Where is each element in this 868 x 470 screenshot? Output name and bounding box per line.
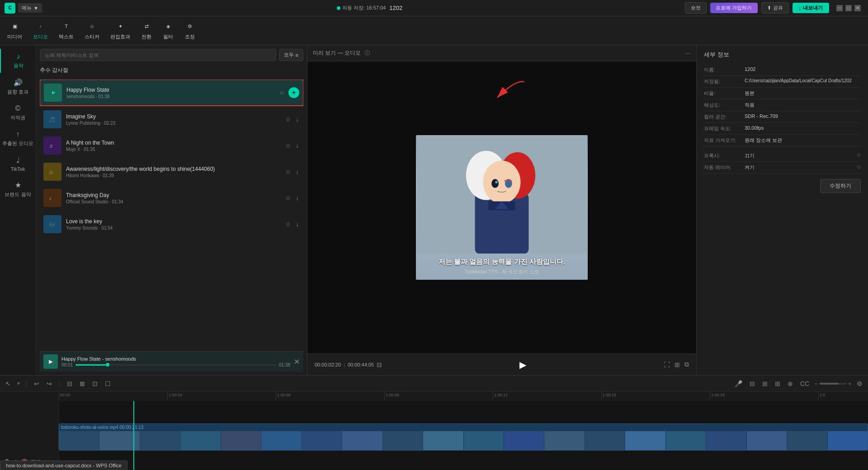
track-4-download-button[interactable]: ↓	[295, 167, 300, 176]
zoom-in-button[interactable]: ⊞	[760, 378, 769, 389]
preview-menu-icon[interactable]: ⋯	[685, 50, 691, 56]
close-button[interactable]: ✕	[854, 5, 861, 11]
split-left-button[interactable]: ⊠	[78, 378, 87, 389]
sidebar-item-tiktok[interactable]: ♩ TikTok	[0, 152, 36, 175]
tool-text[interactable]: T 텍스트	[59, 21, 74, 40]
music-item-5[interactable]: ♪ Thanksgiving Day Official Sound Studio…	[40, 185, 303, 211]
all-filter-button[interactable]: 모두 ≡	[279, 49, 303, 61]
undo-button[interactable]: ↩	[32, 378, 41, 389]
track-6-favorite-button[interactable]: ☆	[284, 220, 292, 229]
layout-button[interactable]: ⊞	[675, 361, 680, 368]
sidebar-item-brand[interactable]: ★ 브랜드 음악	[0, 177, 36, 202]
fullscreen-button[interactable]: ⛶	[664, 361, 670, 368]
music-item-3[interactable]: ♬ A Night on the Town Mojo X · 01:35 ☆ ↓	[40, 133, 303, 158]
tool-media[interactable]: ▣ 미디어	[7, 21, 22, 40]
zoom-plus-icon: +	[849, 381, 851, 386]
music-item-2[interactable]: 🎵 Imagine Sky Lynne Publishing · 02:23 ☆…	[40, 107, 303, 132]
track-4-actions: ☆ ↓	[284, 167, 300, 176]
track-3-download-button[interactable]: ↓	[295, 141, 300, 150]
play-button[interactable]: ▶	[519, 359, 526, 370]
edit-button[interactable]: 수정하기	[820, 179, 861, 193]
subtitle: 저는 불과 얼음의 능력을 가진 사람입니다.	[416, 258, 588, 266]
track-3-favorite-button[interactable]: ☆	[284, 141, 292, 150]
proxy-settings-icon[interactable]: ⊙	[857, 152, 861, 159]
scale-bar[interactable]	[820, 383, 847, 385]
mic-button[interactable]: 🎤	[733, 378, 744, 389]
autolayer-settings-icon[interactable]: ⊙	[857, 164, 861, 171]
snap-button[interactable]: ⊕	[786, 378, 795, 389]
video-track[interactable]: todoroku-shoto-ai-voice.mp4 00:00:21:13	[59, 423, 868, 451]
track-5-favorite-button[interactable]: ☆	[284, 193, 292, 202]
export-button[interactable]: ↓ 내보내기	[793, 3, 830, 13]
now-playing-close-button[interactable]: ✕	[294, 357, 300, 366]
track-1-add-button[interactable]: +	[288, 87, 299, 98]
music-item-1[interactable]: Happy Flow State senshomoods · 01:38 ☆ +	[40, 80, 303, 106]
search-input[interactable]	[40, 49, 276, 61]
track-2-download-button[interactable]: ↓	[295, 115, 300, 124]
now-playing-thumb: ▶	[43, 354, 58, 369]
progress-bar[interactable]	[75, 364, 276, 366]
tool-audio[interactable]: ♪ 오디오	[33, 21, 48, 40]
music-item-4[interactable]: ♫ Awareness/light/discovery/the world be…	[40, 159, 303, 184]
track-6-download-button[interactable]: ↓	[295, 220, 300, 229]
split-button[interactable]: ⊟	[65, 378, 74, 389]
control-buttons: ⛶ ⊞ ⧉	[664, 361, 689, 368]
timecode-mode-button[interactable]: ⊟	[377, 361, 382, 368]
music-panel: 모두 ≡ 추수 감사절 Happy Flow State senshomoods…	[36, 45, 307, 375]
tool-sticker[interactable]: ☺ 스티커	[85, 21, 99, 40]
sidebar-item-effects[interactable]: 🔊 음향 효과	[0, 75, 36, 99]
track-1-artist: senshomoods · 01:38	[66, 94, 274, 99]
split-right-button[interactable]: ⊡	[90, 378, 99, 389]
maximize-button[interactable]: □	[845, 5, 852, 11]
media-icon: ▣	[9, 21, 20, 32]
progress-dot	[106, 363, 109, 367]
track-1-thumb	[44, 84, 62, 102]
shortcut-button[interactable]: 숏컷	[685, 2, 707, 14]
value-name: 1202	[745, 66, 861, 73]
filter-icon: ◈	[163, 21, 174, 32]
delete-button[interactable]: ☐	[103, 378, 113, 389]
tool-adjust[interactable]: ⚙ 조정	[184, 21, 195, 40]
playhead[interactable]	[133, 401, 134, 470]
menu-button[interactable]: 메뉴 ▼	[18, 3, 42, 13]
track-5-artist: Official Sound Studio · 01:34	[66, 199, 280, 204]
progress-fill	[75, 364, 106, 366]
label-fps: 프레임 속도:	[704, 125, 745, 132]
pip-button[interactable]: ⧉	[684, 361, 689, 368]
label-autolayer: 자동 레이어:	[704, 164, 745, 171]
sidebar-item-music[interactable]: ♪ 음악	[0, 49, 36, 73]
progress-row: 00:01 01:38	[61, 362, 290, 367]
select-tool-button[interactable]: ↖	[4, 378, 13, 389]
preview-header: 미리 보기 — 오디오 ⓘ ⋯	[307, 45, 696, 61]
frame-3	[140, 431, 180, 450]
track-5-download-button[interactable]: ↓	[295, 193, 300, 202]
label-resolution: 해상도:	[704, 102, 745, 108]
sidebar-item-copyright[interactable]: © 저작권	[0, 101, 36, 125]
track-4-favorite-button[interactable]: ☆	[284, 167, 292, 176]
music-item-6[interactable]: 🎶 Love is the key Yummy Sounds · 01:54 ☆…	[40, 212, 303, 237]
pro-button[interactable]: 프로에 가입하기	[710, 3, 757, 13]
track-3-name: A Night on the Town	[66, 140, 280, 146]
redo-button[interactable]: ↪	[45, 378, 54, 389]
track-2-favorite-button[interactable]: ☆	[284, 115, 292, 124]
tool-transition[interactable]: ⇄ 전환	[141, 21, 152, 40]
minimize-button[interactable]: ─	[836, 5, 843, 11]
tool-filter[interactable]: ◈ 필터	[163, 21, 174, 40]
track-3-artist: Mojo X · 01:35	[66, 147, 280, 152]
info-row-save: 저장됨: C:/Users/caizijian/AppData/Local/Ca…	[704, 76, 861, 88]
captions-button[interactable]: CC	[798, 378, 811, 389]
sidebar-item-extracted[interactable]: ↑ 추출된 오디오	[0, 127, 36, 150]
timeline-ruler: 00:00 1:00:03 1:00:06 1:00:09 1:00:12 1:…	[0, 392, 868, 401]
frame-7	[302, 431, 342, 450]
zoom-out-button[interactable]: ⊟	[748, 378, 757, 389]
share-button[interactable]: ⬆ 공유	[761, 2, 789, 14]
now-playing-bar: ▶ Happy Flow State - senshomoods 00:01 0…	[40, 351, 303, 371]
settings-button[interactable]: ⚙	[855, 378, 864, 389]
track-1-favorite-button[interactable]: ☆	[278, 88, 286, 97]
track-2-artist: Lynne Publishing · 02:23	[66, 121, 280, 126]
fit-button[interactable]: ⊞	[773, 378, 782, 389]
wps-taskbar[interactable]: how-to-download-and-use-capcut.docx - WP…	[0, 461, 127, 470]
video-frame: 저는 불과 얼음의 능력을 가진 사람입니다. TopMedial TTS - …	[416, 135, 588, 280]
tool-effects[interactable]: ✦ 편집효과	[110, 21, 130, 40]
left-panel: ♪ 음악 🔊 음향 효과 © 저작권 ↑ 추출된 오디오 ♩ TikTok ★ …	[0, 45, 307, 375]
